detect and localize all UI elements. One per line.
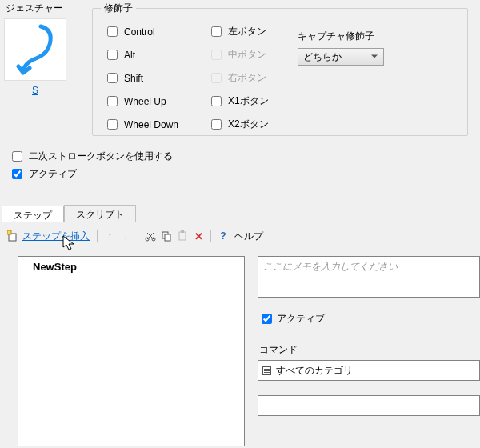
svg-rect-1 bbox=[7, 230, 11, 234]
gesture-label: ジェスチャー bbox=[6, 2, 66, 15]
step-toolbar: ステップを挿入 ↑ ↓ ✕ ? ヘルプ bbox=[2, 226, 478, 246]
mod-midbtn: 中ボタン bbox=[211, 43, 291, 66]
new-step-icon[interactable] bbox=[6, 230, 19, 242]
help-icon[interactable]: ? bbox=[217, 230, 230, 242]
mod-rightbtn: 右ボタン bbox=[211, 66, 291, 90]
capture-modifier-label: キャプチャ修飾子 bbox=[298, 30, 453, 43]
category-icon bbox=[262, 366, 271, 375]
modifier-group: 修飾子 Control Alt Shift Wheel Up Wheel Dow… bbox=[92, 2, 468, 136]
cut-icon[interactable] bbox=[144, 230, 157, 242]
help-label[interactable]: ヘルプ bbox=[234, 230, 263, 243]
mod-wheelup[interactable]: Wheel Up bbox=[107, 90, 211, 113]
command-label: コマンド bbox=[259, 343, 480, 357]
tab-step[interactable]: ステップ bbox=[2, 206, 64, 222]
gesture-letter[interactable]: S bbox=[4, 85, 66, 96]
svg-rect-6 bbox=[179, 232, 186, 240]
mod-x1btn[interactable]: X1ボタン bbox=[211, 90, 291, 113]
capture-modifier-select[interactable]: どちらか bbox=[298, 48, 384, 66]
command-select[interactable]: すべてのカテゴリ bbox=[258, 360, 480, 381]
mod-alt[interactable]: Alt bbox=[107, 43, 211, 66]
svg-rect-7 bbox=[181, 230, 184, 233]
step-list[interactable]: NewStep bbox=[18, 256, 245, 446]
insert-step-link[interactable]: ステップを挿入 bbox=[22, 230, 90, 243]
mod-leftbtn[interactable]: 左ボタン bbox=[211, 20, 291, 43]
modifier-legend: 修飾子 bbox=[101, 2, 136, 15]
tab-script[interactable]: スクリプト bbox=[64, 205, 136, 222]
toolbar-sep bbox=[138, 230, 138, 242]
memo-input[interactable]: ここにメモを入力してください bbox=[258, 256, 480, 298]
step-item[interactable]: NewStep bbox=[18, 257, 244, 277]
mod-shift[interactable]: Shift bbox=[107, 66, 211, 90]
mod-wheeldown[interactable]: Wheel Down bbox=[107, 113, 211, 136]
copy-icon[interactable] bbox=[160, 230, 173, 242]
tab-bar: ステップ スクリプト bbox=[2, 205, 478, 222]
gesture-active-check[interactable]: アクティブ bbox=[12, 165, 173, 182]
mod-control[interactable]: Control bbox=[107, 20, 211, 43]
move-down-icon: ↓ bbox=[119, 230, 132, 242]
use-secondary-stroke-check[interactable]: 二次ストロークボタンを使用する bbox=[12, 147, 173, 165]
gesture-preview[interactable] bbox=[4, 18, 66, 81]
command-value-box[interactable] bbox=[258, 395, 480, 416]
paste-icon bbox=[176, 230, 189, 242]
move-up-icon: ↑ bbox=[103, 230, 116, 242]
svg-rect-5 bbox=[165, 234, 170, 241]
step-active-check[interactable]: アクティブ bbox=[262, 312, 480, 326]
toolbar-sep bbox=[210, 230, 211, 242]
mod-x2btn[interactable]: X2ボタン bbox=[211, 113, 291, 136]
toolbar-sep bbox=[97, 230, 98, 242]
delete-icon[interactable]: ✕ bbox=[192, 230, 205, 242]
